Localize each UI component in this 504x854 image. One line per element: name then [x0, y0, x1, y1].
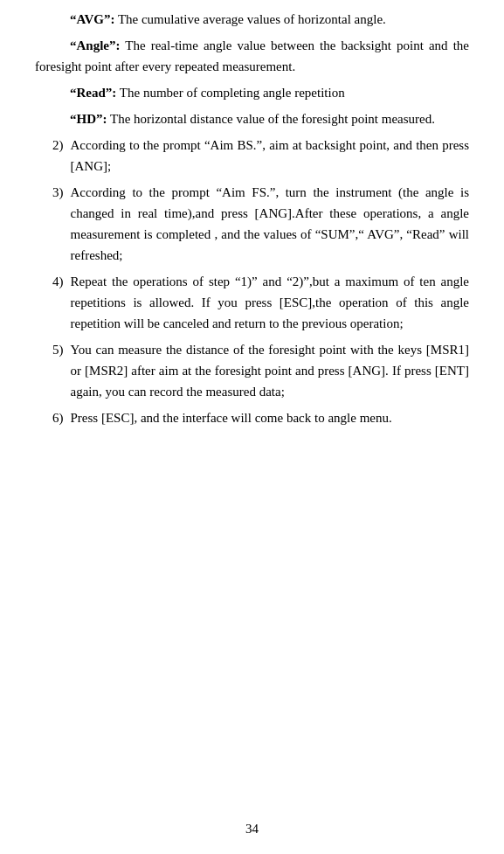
list-container: 2) According to the prompt “Aim BS.”, ai… [35, 135, 469, 428]
hd-label: “HD”: [70, 112, 107, 126]
list-text-5: You can measure the distance of the fore… [71, 339, 470, 402]
list-item: 6) Press [ESC], and the interface will c… [35, 407, 469, 428]
list-number-3: 3) [35, 182, 71, 203]
list-text-4: Repeat the operations of step “1)” and “… [71, 271, 470, 334]
list-number-6: 6) [35, 407, 71, 428]
angle-paragraph: “Angle”: The real-time angle value betwe… [35, 35, 469, 77]
read-paragraph: “Read”: The number of completing angle r… [35, 82, 469, 103]
hd-text: The horizontal distance value of the for… [107, 112, 435, 126]
avg-text: The cumulative average values of horizon… [114, 12, 385, 26]
list-number-2: 2) [35, 135, 71, 156]
list-item: 5) You can measure the distance of the f… [35, 339, 469, 402]
list-item: 3) According to the prompt “Aim FS.”, tu… [35, 182, 469, 266]
list-item: 4) Repeat the operations of step “1)” an… [35, 271, 469, 334]
avg-paragraph: “AVG”: The cumulative average values of … [35, 9, 469, 30]
hd-paragraph: “HD”: The horizontal distance value of t… [35, 108, 469, 129]
list-text-2: According to the prompt “Aim BS.”, aim a… [71, 135, 470, 177]
list-text-6: Press [ESC], and the interface will come… [71, 407, 470, 428]
avg-label: “AVG”: [70, 12, 114, 26]
list-number-4: 4) [35, 271, 71, 292]
list-text-3: According to the prompt “Aim FS.”, turn … [71, 182, 470, 266]
list-item: 2) According to the prompt “Aim BS.”, ai… [35, 135, 469, 177]
read-text: The number of completing angle repetitio… [116, 86, 344, 100]
page-content: “AVG”: The cumulative average values of … [0, 0, 504, 486]
list-number-5: 5) [35, 339, 71, 360]
read-label: “Read”: [70, 86, 116, 100]
angle-label: “Angle”: [70, 38, 121, 52]
page-number: 34 [245, 822, 259, 837]
